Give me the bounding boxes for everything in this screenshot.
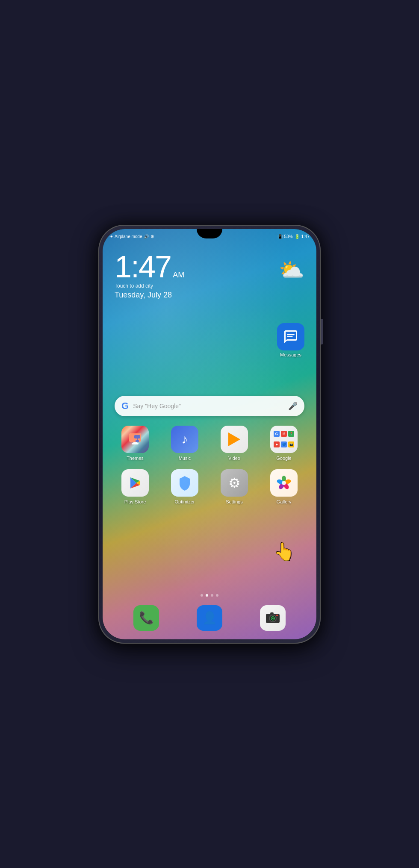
gallery-icon — [270, 469, 298, 497]
svg-rect-0 — [287, 334, 295, 335]
status-right: 📳 53% 🔋 1:47 — [277, 234, 310, 239]
optimizer-label: Optimizer — [174, 499, 195, 504]
svg-point-24 — [272, 618, 274, 619]
clock-widget[interactable]: 1:47 AM Touch to add city Tuesday, July … — [115, 251, 184, 300]
video-label: Video — [228, 456, 240, 461]
svg-point-19 — [282, 481, 286, 485]
clock-subtitle: Touch to add city — [115, 283, 184, 289]
app-item-settings[interactable]: ⚙ Settings — [214, 469, 255, 504]
optimizer-icon — [171, 469, 198, 497]
microphone-icon[interactable]: 🎤 — [288, 401, 298, 411]
optimizer-svg — [176, 474, 193, 491]
dock-contacts[interactable]: 👤 — [197, 605, 222, 631]
playstore-label: Play Store — [124, 499, 146, 504]
app-grid: Themes ♪ Music Video — [115, 426, 304, 504]
clock-status: 1:47 — [301, 234, 310, 239]
svg-rect-6 — [133, 442, 137, 444]
gallery-svg — [275, 474, 293, 492]
phone-screen: ✈ Airplane mode 🔊 ⚙ 📳 53% 🔋 1:47 1:47 AM — [103, 229, 316, 639]
playstore-svg — [127, 475, 143, 491]
messages-app-icon[interactable]: Messages — [277, 323, 304, 357]
video-icon — [221, 426, 248, 453]
weather-icon: ⛅ — [279, 260, 304, 280]
svg-rect-9 — [136, 440, 139, 442]
settings-icon-status: ⚙ — [150, 234, 154, 239]
svg-rect-7 — [134, 435, 140, 438]
app-item-music[interactable]: ♪ Music — [164, 426, 205, 461]
phone-frame: ✈ Airplane mode 🔊 ⚙ 📳 53% 🔋 1:47 1:47 AM — [98, 225, 321, 644]
clock-date: Tuesday, July 28 — [115, 291, 184, 300]
themes-icon — [121, 426, 149, 453]
gallery-label: Gallery — [277, 499, 292, 504]
svg-rect-1 — [287, 336, 293, 337]
weather-widget[interactable]: ⛅ — [279, 260, 304, 280]
app-item-gallery[interactable]: Gallery — [263, 469, 304, 504]
status-left-text: Airplane mode — [115, 234, 142, 239]
messages-label: Messages — [280, 352, 301, 357]
music-note-icon: ♪ — [182, 432, 188, 447]
svg-point-26 — [276, 615, 278, 616]
contacts-icon: 👤 — [197, 605, 222, 631]
search-placeholder: Say "Hey Google" — [133, 403, 284, 409]
google-logo: G — [121, 400, 129, 412]
battery-icon: 🔋 — [295, 234, 300, 239]
app-item-playstore[interactable]: Play Store — [115, 469, 156, 504]
camera-icon — [260, 605, 286, 631]
app-dock: 📞 👤 — [115, 605, 304, 631]
clock-time: 1:47 — [115, 251, 171, 282]
themes-svg — [127, 432, 143, 447]
page-dot-2 — [206, 594, 208, 597]
page-dot-1 — [201, 594, 203, 597]
dock-camera[interactable] — [260, 605, 286, 631]
music-icon: ♪ — [171, 426, 198, 453]
settings-icon: ⚙ — [221, 469, 248, 497]
dock-phone[interactable]: 📞 — [133, 605, 159, 631]
messages-svg-icon — [283, 329, 298, 344]
google-folder-icon: G M 📍 ▶ 🔵 — [270, 426, 298, 453]
messages-icon-bg — [277, 323, 304, 350]
google-label: Google — [276, 456, 291, 461]
page-dot-3 — [211, 594, 213, 597]
playstore-icon — [121, 469, 149, 497]
clock-ampm: AM — [173, 271, 184, 280]
home-screen: ✈ Airplane mode 🔊 ⚙ 📳 53% 🔋 1:47 1:47 AM — [103, 229, 316, 639]
vibrate-icon: 📳 — [277, 234, 283, 239]
cursor-hand: 👆 — [274, 541, 295, 562]
play-triangle-icon — [228, 433, 240, 446]
themes-label: Themes — [127, 456, 144, 461]
camera-svg — [265, 610, 280, 626]
app-item-themes[interactable]: Themes — [115, 426, 156, 461]
app-item-optimizer[interactable]: Optimizer — [164, 469, 205, 504]
app-item-video[interactable]: Video — [214, 426, 255, 461]
page-indicators — [103, 594, 316, 597]
svg-rect-25 — [270, 612, 274, 614]
settings-label: Settings — [226, 499, 243, 504]
app-item-google[interactable]: G M 📍 ▶ 🔵 — [263, 426, 304, 461]
battery-percent: 53% — [284, 234, 293, 239]
phone-icon: 📞 — [133, 605, 159, 631]
status-left: ✈ Airplane mode 🔊 ⚙ — [109, 234, 154, 239]
music-label: Music — [179, 456, 191, 461]
google-search-bar[interactable]: G Say "Hey Google" 🎤 — [115, 396, 304, 416]
page-dot-4 — [216, 594, 218, 597]
wifi-icon: 🔊 — [144, 234, 149, 239]
airplane-mode-icon: ✈ — [109, 234, 113, 239]
